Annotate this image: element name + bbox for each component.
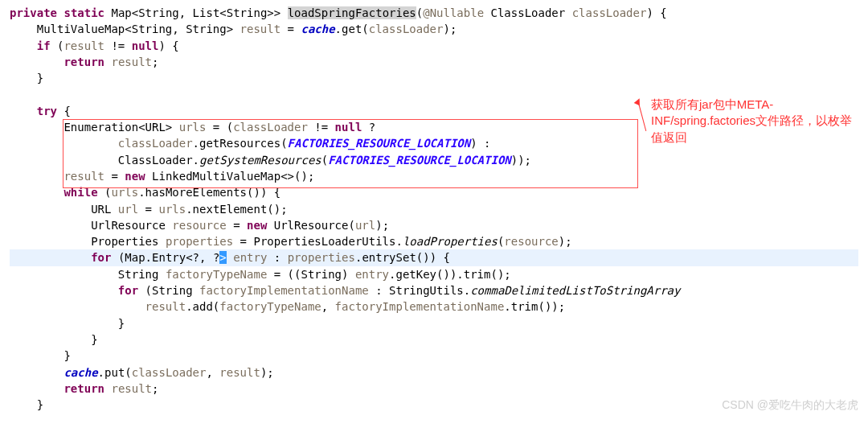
param: classLoader [572,6,647,19]
highlighted-line: for (Map.Entry<?, ?> entry : properties.… [10,249,858,265]
code-block: private static Map<String, List<String>>… [10,5,858,413]
kw: static [63,6,104,19]
anno: @Nullable [423,6,484,19]
var: result [240,23,281,35]
kw: private [10,6,57,19]
method-name: loadSpringFactories [288,6,416,19]
annotation-text: 获取所有jar包中META-INF/spring.factories文件路径，以… [651,97,858,146]
selection: > [219,251,226,264]
const: FACTORIES_RESOURCE_LOCATION [288,137,471,150]
type: Map<String, List<String>> [111,6,280,19]
field: cache [301,23,334,35]
type: ClassLoader [491,6,566,19]
